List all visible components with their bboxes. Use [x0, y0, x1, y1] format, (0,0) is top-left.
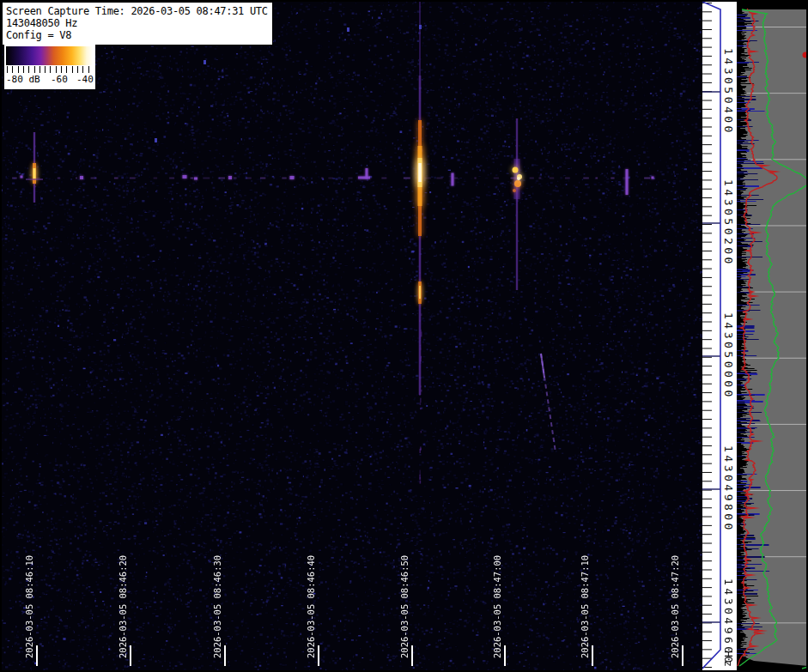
- time-label: 2026-03-05 08:46:20: [118, 555, 128, 658]
- capture-time-line: Screen Capture Time: 2026-03-05 08:47:31…: [6, 5, 268, 17]
- capture-time-label: Screen Capture Time:: [6, 5, 125, 17]
- frequency-label: 143049800: [722, 445, 735, 533]
- frame-left: [0, 0, 2, 672]
- capture-info-box: Screen Capture Time: 2026-03-05 08:47:31…: [2, 2, 273, 45]
- frequency-label: 143050200: [722, 179, 735, 267]
- time-label: 2026-03-05 08:47:20: [670, 555, 680, 658]
- colorbar-label-60db: -60: [51, 74, 68, 85]
- time-label: 2026-03-05 08:47:10: [580, 555, 590, 658]
- time-tick: [36, 645, 38, 666]
- time-label: 2026-03-05 08:46:40: [306, 555, 316, 658]
- time-tick: [682, 645, 683, 666]
- spectrum-side-panel-canvas: [737, 0, 808, 672]
- colorbar-labels: -80 dB -60 -40: [4, 74, 95, 88]
- frequency-unit-label: Hz: [722, 651, 735, 670]
- frequency-label: 143050000: [722, 312, 735, 400]
- time-tick: [318, 645, 319, 666]
- time-tick: [224, 645, 226, 666]
- colorbar-legend: -80 dB -60 -40: [4, 45, 95, 89]
- time-tick: [504, 645, 506, 666]
- frame-top: [0, 0, 808, 2]
- time-tick: [130, 645, 131, 666]
- time-label: 2026-03-05 08:46:10: [24, 555, 34, 658]
- spectrum-capture-window: 2026-03-05 08:46:102026-03-05 08:46:2020…: [0, 0, 808, 672]
- time-tick: [411, 645, 413, 666]
- frequency-label: 143050400: [722, 48, 735, 136]
- frequency-ruler: 1430504001430502001430500001430498001430…: [702, 0, 737, 672]
- capture-time-value: 2026-03-05 08:47:31 UTC: [131, 5, 267, 17]
- colorbar-label-80db: -80 dB: [6, 74, 40, 85]
- colorbar-ticks: [7, 66, 93, 73]
- colorbar-label-40db: -40: [76, 74, 94, 85]
- config-label: Config = V8: [6, 29, 268, 41]
- waterfall-spectrogram-canvas: [0, 0, 702, 672]
- time-tick: [592, 645, 593, 666]
- time-label: 2026-03-05 08:46:30: [212, 555, 222, 658]
- receiver-frequency: 143048050 Hz: [6, 17, 268, 29]
- time-label: 2026-03-05 08:47:00: [492, 555, 502, 658]
- time-label: 2026-03-05 08:46:50: [399, 555, 410, 658]
- colorbar-gradient: [6, 46, 93, 65]
